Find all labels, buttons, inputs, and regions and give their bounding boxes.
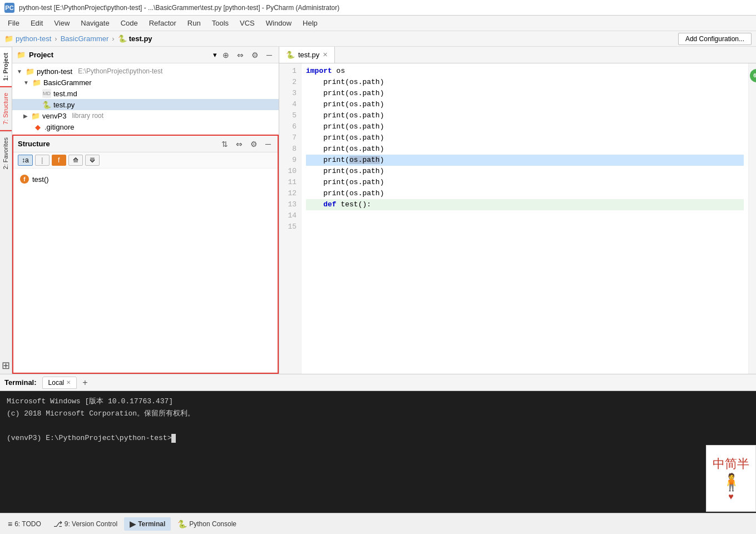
editor-tabs: 🐍 test.py ✕: [279, 47, 756, 63]
tree-testpy[interactable]: 🐍 test.py: [12, 99, 279, 110]
file-tree: ▼ 📁 python-test E:\PythonProject\python-…: [12, 63, 279, 135]
code-line-9: print(os.path): [306, 155, 744, 166]
tree-basicgrammer[interactable]: ▼ 📁 BasicGrammer: [12, 77, 279, 88]
terminal-button[interactable]: ▶ Terminal: [124, 517, 171, 531]
expand-icon: ▶: [23, 113, 28, 119]
terminal-label: Terminal:: [4, 378, 37, 387]
structure-panel-title: Structure: [18, 140, 216, 148]
file-name: test.md: [53, 90, 77, 98]
code-line-7: print(os.path): [306, 132, 744, 144]
widget-character: 🧍: [721, 472, 742, 492]
expand-all-button[interactable]: ⟰: [68, 155, 83, 166]
todo-button[interactable]: ≡ 6: TODO: [2, 517, 47, 531]
filter-class-button[interactable]: |: [35, 155, 50, 166]
terminal-tabs-bar: Terminal: Local ✕ +: [0, 374, 756, 391]
menu-bar: File Edit View Navigate Code Refactor Ru…: [0, 16, 756, 31]
vcs-icon: ⎇: [53, 520, 62, 528]
collapse-all-button[interactable]: ⟱: [85, 155, 100, 166]
sidebar-bottom-icon[interactable]: ⊞: [0, 357, 12, 374]
code-content[interactable]: import os print(os.path) print(os.path) …: [302, 63, 748, 374]
tree-root[interactable]: ▼ 📁 python-test E:\PythonProject\python-…: [12, 66, 279, 77]
settings-icon[interactable]: ⚙: [249, 50, 261, 61]
vcs-label: 9: Version Control: [65, 520, 117, 528]
tab-close-button[interactable]: ✕: [323, 51, 328, 58]
terminal-content[interactable]: Microsoft Windows [版本 10.0.17763.437] (c…: [0, 391, 756, 513]
expand-icon: ▼: [23, 80, 29, 86]
tab-py-icon: 🐍: [286, 51, 295, 59]
settings-icon[interactable]: ⚙: [248, 139, 260, 150]
editor-tab-testpy[interactable]: 🐍 test.py ✕: [279, 47, 335, 63]
terminal-tab-local[interactable]: Local ✕: [42, 377, 77, 389]
expand-icon: ▼: [17, 68, 22, 75]
code-line-6: print(os.path): [306, 121, 744, 132]
minimize-icon[interactable]: ─: [264, 50, 274, 61]
main-layout: 1: Project 7: Structure 2: Favorites ⊞ 📁…: [0, 47, 756, 374]
menu-tools[interactable]: Tools: [206, 17, 234, 29]
terminal-tab-close[interactable]: ✕: [66, 379, 71, 385]
file-name: test.py: [53, 101, 75, 109]
breadcrumb-root[interactable]: python-test: [16, 34, 51, 43]
md-file-icon: MD: [42, 89, 51, 98]
structure-toolbar: ↕a | f ⟰ ⟱: [13, 152, 278, 169]
todo-icon: ≡: [8, 520, 12, 528]
code-line-12: print(os.path): [306, 188, 744, 199]
menu-run[interactable]: Run: [182, 17, 206, 29]
code-editor[interactable]: 12345 678910 1112131415 import os print(…: [279, 63, 756, 374]
tab-name: Local: [48, 379, 65, 387]
terminal-line-1: Microsoft Windows [版本 10.0.17763.437]: [7, 395, 749, 408]
sidebar-tab-structure[interactable]: 7: Structure: [0, 86, 12, 131]
widget-text-1: 中简半: [713, 456, 749, 472]
dropdown-arrow-icon: ▾: [213, 51, 217, 59]
structure-content: f test(): [13, 169, 278, 373]
python-console-button[interactable]: 🐍 Python Console: [172, 517, 242, 531]
locate-icon[interactable]: ⊕: [220, 50, 231, 61]
title-bar: PC python-test [E:\PythonProject\python-…: [0, 0, 756, 16]
terminal-line-2: (c) 2018 Microsoft Corporation。保留所有权利。: [7, 408, 749, 420]
left-sidebar-tabs: 1: Project 7: Structure 2: Favorites ⊞: [0, 47, 12, 374]
folder-extra: library root: [72, 112, 103, 120]
menu-file[interactable]: File: [2, 17, 25, 29]
code-line-2: print(os.path): [306, 77, 744, 88]
tree-gitignore[interactable]: ◆ .gitignore: [12, 121, 279, 132]
vcs-button[interactable]: ⎇ 9: Version Control: [48, 517, 123, 531]
collapse-icon[interactable]: ⇔: [234, 139, 245, 150]
code-line-3: print(os.path): [306, 88, 744, 99]
root-path: E:\PythonProject\python-test: [78, 67, 162, 75]
sort-icon[interactable]: ⇅: [219, 139, 230, 150]
menu-help[interactable]: Help: [297, 17, 323, 29]
collapse-all-icon[interactable]: ⇔: [235, 50, 246, 61]
tree-venvp3[interactable]: ▶ 📁 venvP3 library root: [12, 110, 279, 121]
folder-icon: 📁: [32, 78, 41, 87]
breadcrumb-bar: 📁 python-test › BasicGrammer › 🐍 test.py…: [0, 31, 756, 47]
menu-navigate[interactable]: Navigate: [75, 17, 115, 29]
tree-testmd[interactable]: MD test.md: [12, 88, 279, 99]
menu-view[interactable]: View: [48, 17, 75, 29]
menu-refactor[interactable]: Refactor: [144, 17, 182, 29]
app-icon: PC: [4, 3, 14, 13]
breadcrumb-file-icon: 🐍: [118, 34, 127, 43]
sidebar-tab-project[interactable]: 1: Project: [0, 47, 12, 86]
terminal-add-button[interactable]: +: [80, 378, 90, 388]
terminal-cursor: [171, 434, 176, 443]
bottom-toolbar: ≡ 6: TODO ⎇ 9: Version Control ▶ Termina…: [0, 513, 756, 534]
structure-function-item[interactable]: f test(): [18, 173, 273, 185]
menu-code[interactable]: Code: [115, 17, 144, 29]
terminal-prompt[interactable]: (venvP3) E:\PythonProject\python-test>: [7, 432, 749, 444]
project-header: 📁 Project ▾ ⊕ ⇔ ⚙ ─: [12, 47, 279, 63]
breadcrumb-folder[interactable]: BasicGrammer: [61, 34, 109, 43]
sort-alpha-button[interactable]: ↕a: [18, 155, 33, 166]
filter-func-button[interactable]: f: [52, 155, 66, 166]
widget-heart: ♥: [728, 492, 734, 502]
menu-window[interactable]: Window: [260, 17, 297, 29]
minimize-structure-icon[interactable]: ─: [263, 139, 273, 150]
add-configuration-button[interactable]: Add Configuration...: [678, 33, 752, 45]
code-line-15: def test():: [306, 199, 744, 210]
code-line-11: print(os.path): [306, 177, 744, 188]
sidebar-tab-favorites[interactable]: 2: Favorites: [0, 131, 12, 175]
git-file-icon: ◆: [33, 122, 42, 131]
function-badge-icon: f: [20, 175, 29, 184]
menu-edit[interactable]: Edit: [25, 17, 48, 29]
menu-vcs[interactable]: VCS: [234, 17, 260, 29]
structure-header: Structure ⇅ ⇔ ⚙ ─: [13, 136, 278, 152]
structure-panel: Structure ⇅ ⇔ ⚙ ─ ↕a | f ⟰ ⟱ f test(): [12, 135, 279, 374]
